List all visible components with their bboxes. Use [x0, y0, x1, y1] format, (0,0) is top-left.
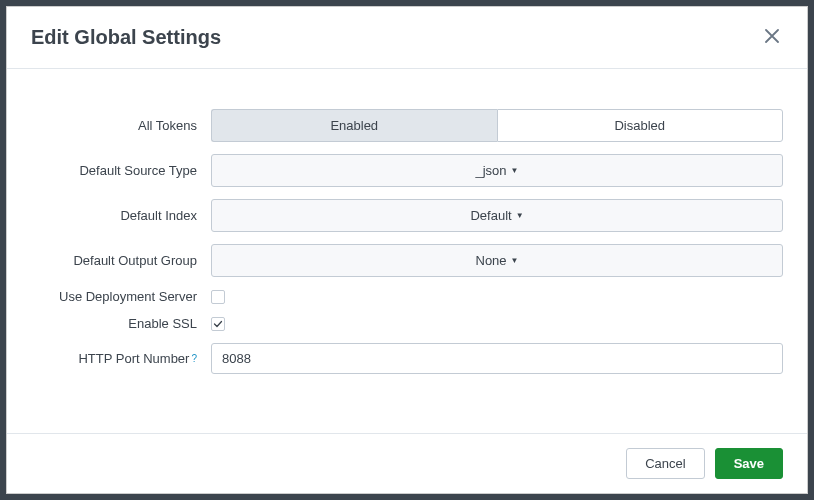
- label-enable-ssl: Enable SSL: [31, 316, 211, 331]
- all-tokens-enabled-button[interactable]: Enabled: [211, 109, 497, 142]
- default-index-dropdown[interactable]: Default ▼: [211, 199, 783, 232]
- row-enable-ssl: Enable SSL: [31, 316, 783, 331]
- row-use-deployment-server: Use Deployment Server: [31, 289, 783, 304]
- row-all-tokens: All Tokens Enabled Disabled: [31, 109, 783, 142]
- default-source-type-dropdown[interactable]: _json ▼: [211, 154, 783, 187]
- close-button[interactable]: [761, 25, 783, 50]
- caret-down-icon: ▼: [516, 211, 524, 220]
- close-icon: [765, 29, 779, 43]
- label-default-output-group: Default Output Group: [31, 253, 211, 268]
- modal-body: All Tokens Enabled Disabled Default Sour…: [7, 69, 807, 433]
- label-http-port-text: HTTP Port Number: [78, 351, 189, 366]
- default-output-group-value: None: [476, 253, 507, 268]
- default-output-group-dropdown[interactable]: None ▼: [211, 244, 783, 277]
- label-all-tokens: All Tokens: [31, 118, 211, 133]
- http-port-input[interactable]: [211, 343, 783, 374]
- all-tokens-disabled-button[interactable]: Disabled: [497, 109, 784, 142]
- row-default-source-type: Default Source Type _json ▼: [31, 154, 783, 187]
- label-default-index: Default Index: [31, 208, 211, 223]
- label-use-deployment-server: Use Deployment Server: [31, 289, 211, 304]
- modal-header: Edit Global Settings: [7, 7, 807, 69]
- help-icon[interactable]: ?: [191, 353, 197, 364]
- save-button[interactable]: Save: [715, 448, 783, 479]
- all-tokens-toggle: Enabled Disabled: [211, 109, 783, 142]
- cancel-button[interactable]: Cancel: [626, 448, 704, 479]
- caret-down-icon: ▼: [511, 166, 519, 175]
- label-http-port: HTTP Port Number ?: [31, 351, 211, 366]
- row-default-output-group: Default Output Group None ▼: [31, 244, 783, 277]
- modal-title: Edit Global Settings: [31, 26, 221, 49]
- caret-down-icon: ▼: [511, 256, 519, 265]
- check-icon: [213, 319, 223, 329]
- modal-footer: Cancel Save: [7, 433, 807, 493]
- row-default-index: Default Index Default ▼: [31, 199, 783, 232]
- edit-global-settings-modal: Edit Global Settings All Tokens Enabled …: [6, 6, 808, 494]
- default-source-type-value: _json: [476, 163, 507, 178]
- use-deployment-server-checkbox[interactable]: [211, 290, 225, 304]
- row-http-port: HTTP Port Number ?: [31, 343, 783, 374]
- label-default-source-type: Default Source Type: [31, 163, 211, 178]
- default-index-value: Default: [470, 208, 511, 223]
- enable-ssl-checkbox[interactable]: [211, 317, 225, 331]
